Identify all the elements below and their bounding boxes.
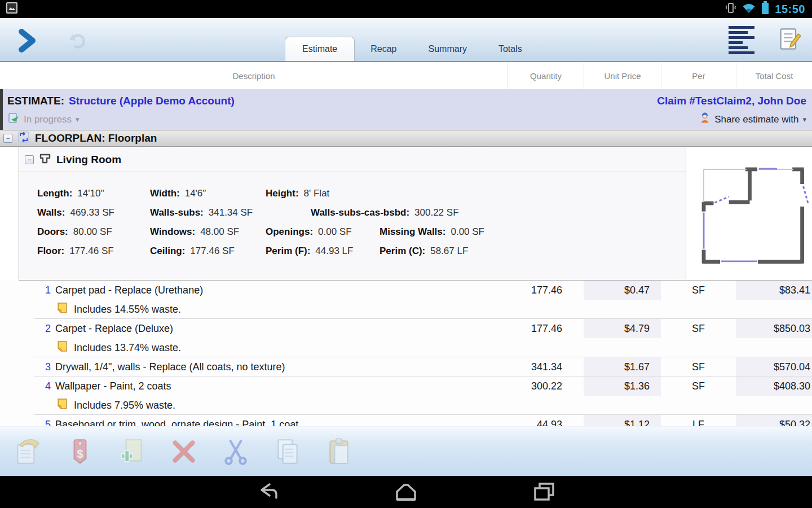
item-description: Baseboard or trim, wood, ornate design -… xyxy=(55,419,298,427)
line-item-row[interactable]: 5Baseboard or trim, wood, ornate design … xyxy=(0,415,812,426)
dim-value: 14'6" xyxy=(185,188,206,199)
price-tag-button[interactable]: $ xyxy=(64,436,96,467)
dim-value: 177.46 SF xyxy=(190,246,234,257)
item-number: 5 xyxy=(45,419,51,427)
dim-label: Doors: xyxy=(37,226,68,238)
clock: 15:50 xyxy=(775,3,805,16)
tab-recap[interactable]: Recap xyxy=(355,37,412,61)
delete-button[interactable] xyxy=(168,436,200,467)
share-estimate-dropdown[interactable]: Share estimate with ▾ xyxy=(699,112,809,126)
dim-label: Width: xyxy=(150,188,180,199)
tab-estimate[interactable]: Estimate xyxy=(285,37,355,61)
item-description: Carpet pad - Replace (Urethane) xyxy=(55,284,203,296)
line-item-row[interactable]: 1Carpet pad - Replace (Urethane) 177.46 … xyxy=(0,281,812,300)
tab-bar: Estimate Recap Summary Totals xyxy=(285,37,538,61)
cut-button[interactable] xyxy=(220,436,251,467)
collapse-floorplan-button[interactable]: − xyxy=(3,134,12,143)
claim-link[interactable]: Claim #TestClaim2, John Doe xyxy=(657,95,809,107)
item-unit-price: $1.12 xyxy=(584,415,661,426)
item-unit-price: $0.47 xyxy=(584,281,661,300)
item-note-row[interactable]: Includes 14.55% waste. xyxy=(0,300,812,319)
dim-value: 58.67 LF xyxy=(430,246,468,257)
floorplan-title: FLOORPLAN: Floorplan xyxy=(35,132,157,144)
floorplan-group-row[interactable]: − FLOORPLAN: Floorplan xyxy=(0,130,812,147)
wifi-icon xyxy=(742,3,756,16)
expand-panel-button[interactable] xyxy=(16,28,38,55)
collapse-room-button[interactable]: − xyxy=(25,155,34,164)
status-dropdown[interactable]: In progress ▾ xyxy=(7,112,80,127)
column-total-cost: Total Cost xyxy=(736,62,812,89)
tab-summary[interactable]: Summary xyxy=(413,37,483,61)
line-item-row[interactable]: 4Wallpaper - Paint, 2 coats 300.22 $1.36… xyxy=(0,376,812,396)
person-icon xyxy=(699,112,710,126)
recent-apps-button[interactable] xyxy=(530,481,557,503)
item-quantity: 177.46 xyxy=(508,323,584,335)
room-info-panel: − Living Room Length:14'10" Width:14'6" … xyxy=(19,147,686,280)
line-item-row[interactable]: 2Carpet - Replace (Deluxe) 177.46 $4.79 … xyxy=(0,319,812,338)
status-text: In progress xyxy=(24,114,72,125)
line-item-group: 4Wallpaper - Paint, 2 coats 300.22 $1.36… xyxy=(0,376,812,415)
item-description: Drywall, 1/4", walls - Replace (All coat… xyxy=(55,361,285,373)
item-quantity: 44.93 xyxy=(508,419,584,427)
dim-label: Windows: xyxy=(150,226,195,238)
line-items-list: 1Carpet pad - Replace (Urethane) 177.46 … xyxy=(0,281,812,426)
vibrate-icon xyxy=(725,2,736,16)
item-per-unit: SF xyxy=(661,361,736,373)
item-note-row[interactable]: Includes 7.95% waste. xyxy=(0,396,812,415)
line-item-group: 1Carpet pad - Replace (Urethane) 177.46 … xyxy=(0,281,812,319)
item-per-unit: SF xyxy=(661,323,736,335)
room-icon xyxy=(38,152,52,168)
dollar-glyph: $ xyxy=(77,448,83,460)
item-per-unit: SF xyxy=(661,380,736,392)
line-item-group: 2Carpet - Replace (Deluxe) 177.46 $4.79 … xyxy=(0,319,812,357)
paste-button[interactable] xyxy=(324,436,355,467)
tab-totals[interactable]: Totals xyxy=(483,37,538,61)
share-note-button[interactable] xyxy=(12,436,44,467)
item-number: 4 xyxy=(45,380,51,392)
sort-list-icon[interactable] xyxy=(729,26,757,54)
add-item-button[interactable] xyxy=(116,436,148,467)
status-edit-icon xyxy=(7,112,20,127)
dim-label: Walls-subs: xyxy=(150,207,204,218)
indent-gutter xyxy=(0,147,19,281)
line-item-row[interactable]: 3Drywall, 1/4", walls - Replace (All coa… xyxy=(0,357,812,376)
room-name: Living Room xyxy=(56,154,121,166)
dim-label: Missing Walls: xyxy=(379,226,445,238)
item-per-unit: LF xyxy=(661,419,736,427)
dim-value: 341.34 SF xyxy=(209,207,253,218)
back-button[interactable] xyxy=(255,481,282,503)
compose-note-icon[interactable] xyxy=(777,26,802,54)
dim-value: 44.93 LF xyxy=(315,246,353,257)
note-text: Includes 7.95% waste. xyxy=(74,400,175,411)
column-quantity: Quantity xyxy=(508,62,584,89)
estimate-name-link[interactable]: Structure (Apple Demo Account) xyxy=(69,95,235,107)
line-item-group: 5Baseboard or trim, wood, ornate design … xyxy=(0,415,812,426)
item-number: 1 xyxy=(45,284,51,296)
android-status-bar: 15:50 xyxy=(0,0,812,18)
dim-label: Walls-subs-cas-bsbd: xyxy=(311,207,409,218)
item-note-row[interactable]: Includes 13.74% waste. xyxy=(0,338,812,357)
copy-button[interactable] xyxy=(272,436,303,467)
estimate-header: ESTIMATE: Structure (Apple Demo Account)… xyxy=(0,89,812,130)
home-button[interactable] xyxy=(392,481,420,503)
item-total-cost: $850.03 xyxy=(736,319,812,338)
share-estimate-label: Share estimate with xyxy=(714,114,798,125)
item-unit-price: $4.79 xyxy=(584,319,661,338)
dim-value: 8' Flat xyxy=(304,188,330,199)
dim-value: 177.46 SF xyxy=(69,246,113,257)
item-total-cost: $50.32 xyxy=(736,415,812,426)
note-icon xyxy=(56,302,68,317)
item-total-cost: $408.30 xyxy=(736,376,812,396)
note-text: Includes 13.74% waste. xyxy=(74,342,181,354)
android-nav-bar xyxy=(0,476,812,508)
dim-value: 300.22 SF xyxy=(414,207,458,218)
note-icon xyxy=(56,340,68,355)
undo-icon[interactable] xyxy=(67,30,88,54)
floorplan-thumbnail[interactable] xyxy=(686,147,812,280)
item-unit-price: $1.67 xyxy=(584,357,661,376)
dim-label: Walls: xyxy=(37,207,65,218)
dim-label: Floor: xyxy=(37,246,64,257)
chevron-down-icon: ▾ xyxy=(76,115,80,124)
item-total-cost: $83.41 xyxy=(736,281,812,300)
item-total-cost: $570.04 xyxy=(736,357,812,376)
